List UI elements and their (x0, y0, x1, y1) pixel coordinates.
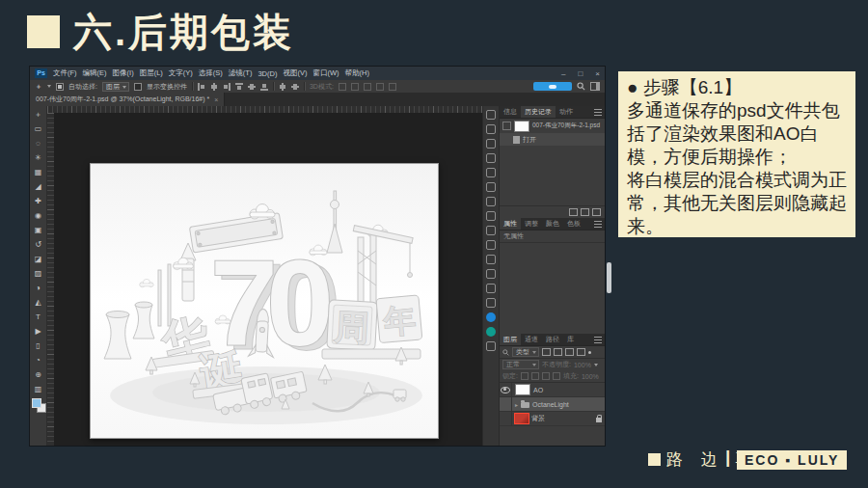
eyedropper-tool[interactable]: ◢ (35, 179, 41, 194)
filter-type-dropdown[interactable]: 类型 (512, 347, 539, 357)
lock-all-icon[interactable] (553, 372, 560, 380)
auto-select-dropdown[interactable]: 图层 (102, 82, 129, 92)
layer-thumbnail[interactable] (515, 414, 529, 423)
document-tab[interactable]: 007-伟业70周年-2-1.psd @ 37%(OctaneLight, RG… (30, 93, 225, 106)
document-canvas[interactable]: 70 70 (90, 163, 439, 439)
dock-panel-icon[interactable] (486, 153, 496, 163)
screen-mode-tool[interactable]: ▥ (35, 382, 42, 396)
scrollbar-thumb[interactable] (607, 262, 611, 293)
menu-edit[interactable]: 编辑(E) (83, 68, 107, 78)
dock-panel-icon[interactable] (486, 226, 496, 235)
gradient-tool[interactable]: ▨ (35, 266, 42, 281)
menu-view[interactable]: 视图(V) (283, 68, 307, 78)
close-button[interactable]: × (595, 69, 600, 78)
dock-panel-icon[interactable] (486, 240, 496, 250)
lock-transparency-icon[interactable] (521, 372, 529, 380)
lasso-tool[interactable]: ◌ (36, 136, 41, 150)
menu-help[interactable]: 帮助(H) (345, 68, 369, 78)
align-bottom-icon[interactable] (260, 83, 268, 91)
maximize-button[interactable]: □ (578, 69, 583, 78)
filter-adjustment-icon[interactable] (554, 348, 562, 356)
panel-menu-icon[interactable] (594, 337, 602, 343)
blur-tool[interactable]: ◑ (36, 281, 41, 295)
align-right-icon[interactable] (223, 83, 231, 91)
menu-window[interactable]: 窗口(W) (312, 68, 339, 78)
sync-share-button[interactable] (533, 82, 572, 91)
canvas-area[interactable]: 70 70 (54, 113, 482, 446)
tab-channels[interactable]: 通道 (521, 334, 542, 345)
menu-filter[interactable]: 滤镜(T) (229, 68, 253, 78)
lock-position-icon[interactable] (542, 372, 550, 380)
eraser-tool[interactable]: ◪ (35, 252, 42, 266)
visibility-toggle-empty[interactable] (500, 397, 512, 411)
3d-scale-icon[interactable] (389, 83, 396, 91)
auto-select-checkbox[interactable] (56, 83, 64, 91)
healing-tool[interactable]: ✚ (35, 194, 41, 208)
tab-close-icon[interactable]: × (214, 96, 218, 103)
filter-pixel-icon[interactable] (542, 348, 551, 356)
3d-slide-icon[interactable] (376, 83, 384, 91)
filter-type-icon[interactable] (565, 348, 574, 356)
history-step-open[interactable]: 打开 (500, 133, 605, 146)
3d-rotate-icon[interactable] (339, 83, 346, 91)
hand-tool[interactable]: ◔ (36, 353, 41, 367)
align-middle-icon[interactable] (248, 83, 256, 91)
menu-file[interactable]: 文件(F) (53, 68, 77, 78)
history-brush-tool[interactable]: ↺ (35, 237, 41, 252)
dock-panel-icon[interactable] (486, 110, 496, 120)
menu-3d[interactable]: 3D(D) (258, 69, 277, 78)
tab-color[interactable]: 颜色 (542, 218, 563, 230)
visibility-eye-icon[interactable] (501, 387, 510, 393)
dock-panel-icon[interactable] (486, 269, 496, 279)
opacity-value[interactable]: 100% (574, 362, 591, 368)
dock-panel-icon[interactable] (486, 211, 496, 221)
tab-swatches[interactable]: 色板 (563, 218, 584, 230)
tab-info[interactable]: 信息 (500, 106, 521, 118)
tab-actions[interactable]: 动作 (556, 106, 577, 118)
dock-panel-icon[interactable] (486, 139, 496, 149)
history-snapshot-row[interactable]: 007-伟业70周年-2-1.psd (500, 119, 605, 133)
layer-row-background[interactable]: 背景 (500, 412, 605, 426)
filter-shape-icon[interactable] (577, 348, 585, 356)
blend-mode-dropdown[interactable]: 正常 (502, 360, 539, 369)
show-transform-checkbox[interactable] (134, 83, 142, 91)
tool-preset-caret-icon[interactable] (47, 85, 51, 88)
panel-menu-icon[interactable] (594, 109, 602, 116)
tab-adjustments[interactable]: 调整 (521, 218, 542, 230)
libraries-sync-icon[interactable] (486, 327, 496, 337)
dock-panel-icon[interactable] (486, 284, 496, 293)
zoom-tool[interactable]: ⊕ (35, 367, 41, 382)
stamp-tool[interactable]: ▣ (35, 223, 42, 237)
dodge-tool[interactable]: ◭ (35, 295, 41, 310)
menu-select[interactable]: 选择(S) (199, 68, 223, 78)
panel-menu-icon[interactable] (594, 221, 602, 228)
shape-tool[interactable]: ▯ (36, 339, 40, 353)
history-brush-source-icon[interactable] (502, 122, 511, 130)
opacity-caret-icon[interactable] (594, 364, 598, 366)
fill-value[interactable]: 100% (582, 373, 599, 380)
align-center-icon[interactable] (210, 83, 218, 91)
menu-layer[interactable]: 图层(L) (140, 68, 163, 78)
magic-wand-tool[interactable]: ✳ (35, 150, 41, 165)
crop-tool[interactable]: ▦ (35, 165, 42, 179)
filter-toggle-icon[interactable] (588, 351, 591, 354)
tab-history[interactable]: 历史记录 (521, 106, 556, 118)
workspace-switcher-icon[interactable] (590, 82, 600, 91)
brush-tool[interactable]: ◉ (35, 208, 41, 223)
dock-panel-icon[interactable] (486, 124, 496, 134)
dock-panel-icon[interactable] (486, 182, 496, 192)
align-top-icon[interactable] (235, 83, 243, 91)
tab-properties[interactable]: 属性 (500, 218, 521, 230)
distribute-horizontal-icon[interactable] (279, 83, 286, 91)
tab-libraries[interactable]: 库 (563, 334, 578, 345)
color-swatches[interactable] (32, 398, 45, 412)
tab-paths[interactable]: 路径 (542, 334, 563, 345)
menu-image[interactable]: 图像(I) (113, 68, 134, 78)
foreground-color-swatch[interactable] (32, 398, 41, 408)
dock-panel-icon[interactable] (486, 168, 496, 177)
marquee-tool[interactable]: ▭ (35, 122, 42, 136)
move-tool-icon[interactable]: ＋ (35, 82, 42, 92)
layer-row-ao[interactable]: AO (500, 383, 605, 397)
type-tool[interactable]: T (36, 310, 41, 324)
lock-pixels-icon[interactable] (531, 372, 539, 380)
